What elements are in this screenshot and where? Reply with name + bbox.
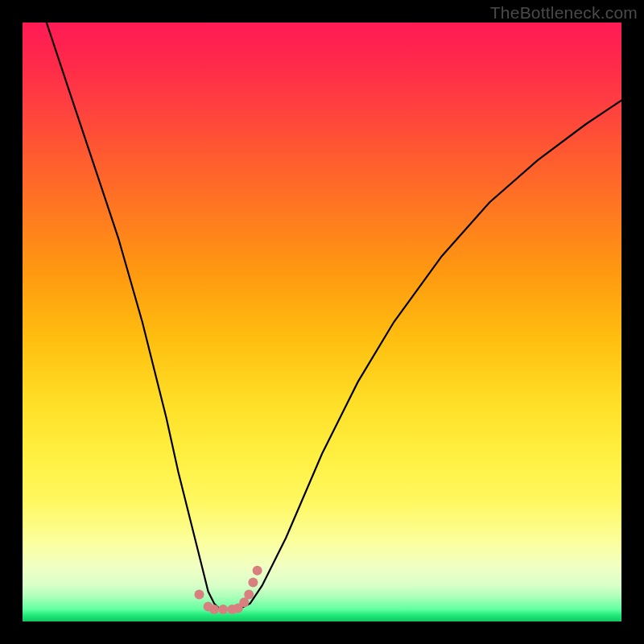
bottom-dots bbox=[195, 566, 262, 614]
dot bbox=[218, 605, 228, 614]
dot bbox=[195, 590, 204, 600]
dot bbox=[248, 578, 258, 588]
dot bbox=[244, 590, 254, 600]
plot-area bbox=[23, 23, 621, 621]
dot bbox=[253, 566, 262, 576]
dot bbox=[209, 605, 219, 614]
watermark-text: TheBottleneck.com bbox=[490, 3, 638, 23]
bottleneck-curve bbox=[47, 23, 621, 609]
outer-frame: TheBottleneck.com bbox=[0, 0, 644, 644]
chart-svg bbox=[23, 23, 621, 621]
